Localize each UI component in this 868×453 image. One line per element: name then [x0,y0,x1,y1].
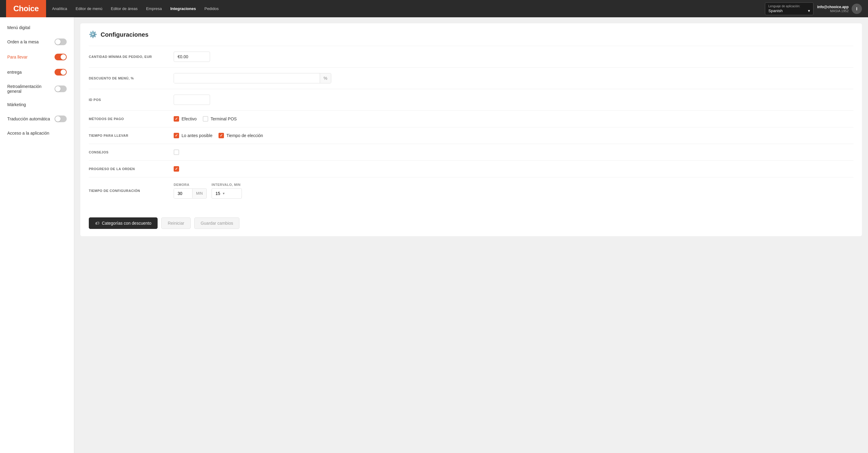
nav-right: Lenguaje de aplicación: Spanish ▾ info@c… [765,2,862,15]
control-tiempo-llevar: Lo antes posible Tiempo de elección [174,133,854,138]
checkbox-antes[interactable]: Lo antes posible [174,133,213,138]
configuraciones-panel: ⚙️ Configuraciones CANTIDAD MÍNIMA DE PE… [80,23,862,236]
lang-value: Spanish [768,8,782,13]
lang-value-row: Spanish ▾ [768,8,810,13]
sidebar-item-label: entrega [7,70,22,74]
categories-btn[interactable]: 🏷 Categorías con descuento [89,217,158,229]
sidebar-item-label: Menú digital [7,25,30,30]
label-id-pos: ID POS [89,98,174,101]
descuento-input-group: % [174,73,331,83]
sidebar-item-label: Acceso a la aplicación [7,131,50,135]
intervalo-col: INTERVALO, MIN 15 ▾ [212,183,242,199]
language-selector[interactable]: Lenguaje de aplicación: Spanish ▾ [765,2,813,15]
sidebar-item-menu-digital[interactable]: Menú digital [0,21,74,34]
sidebar-item-acceso[interactable]: Acceso a la aplicación [0,126,74,140]
sidebar-item-label: Márketing [7,102,26,107]
toggle-traduccion[interactable] [55,116,67,122]
sidebar-item-retroalimentacion[interactable]: Retroalimentación general [0,80,74,98]
content-area: ⚙️ Configuraciones CANTIDAD MÍNIMA DE PE… [74,17,868,453]
user-avatar[interactable]: I [851,4,862,14]
row-cantidad: CANTIDAD MÍNIMA DE PEDIDO, EUR [89,46,854,67]
checkbox-progreso-box[interactable] [174,166,179,172]
action-row: 🏷 Categorías con descuento Reiniciar Gua… [89,211,854,229]
sidebar-item-label: Traducción automática [7,116,50,121]
row-setup-time: TIEMPO DE CONFIGURACIÓN DEMORA MIN INTER… [89,177,854,204]
settings-icon: ⚙️ [89,31,97,38]
input-descuento[interactable] [174,73,320,83]
user-text: info@chooice.app MASIA 1952 [817,5,848,13]
checkbox-antes-box[interactable] [174,133,179,138]
control-descuento: % [174,73,854,83]
guardar-btn[interactable]: Guardar cambios [194,217,240,229]
checkbox-terminal[interactable]: Terminal POS [203,116,237,122]
sidebar-item-para-llevar[interactable]: Para llevar [0,50,74,65]
sidebar-item-orden-mesa[interactable]: Orden a la mesa [0,34,74,50]
intervalo-label: INTERVALO, MIN [212,183,242,186]
checkbox-eleccion[interactable]: Tiempo de elección [218,133,263,138]
control-cantidad [174,52,854,62]
label-antes: Lo antes posible [182,133,213,138]
nav-analitica[interactable]: Analítica [52,6,67,11]
label-descuento: DESCUENTO DE MENÚ, % [89,77,174,80]
sidebar-item-label: Para llevar [7,55,28,59]
sidebar-item-traduccion[interactable]: Traducción automática [0,111,74,126]
panel-header: ⚙️ Configuraciones [89,31,854,38]
toggle-para-llevar[interactable] [55,54,67,60]
nav-empresa[interactable]: Empresa [146,6,162,11]
nav-pedidos[interactable]: Pedidos [204,6,218,11]
label-setup: TIEMPO DE CONFIGURACIÓN [89,189,174,192]
checkbox-eleccion-box[interactable] [218,133,224,138]
descuento-suffix: % [320,73,331,83]
nav-links: Analítica Editor de menú Editor de áreas… [52,6,765,11]
label-cantidad: CANTIDAD MÍNIMA DE PEDIDO, EUR [89,55,174,59]
input-cantidad[interactable] [174,52,210,62]
control-progreso [174,166,854,172]
checkbox-efectivo-box[interactable] [174,116,179,122]
label-progreso: PROGRESO DE LA ORDEN [89,167,174,171]
label-terminal: Terminal POS [211,116,237,121]
user-info: info@chooice.app MASIA 1952 I [817,4,862,14]
setup-time-group: DEMORA MIN INTERVALO, MIN 15 ▾ [174,183,854,199]
toggle-retroalimentacion[interactable] [55,86,67,92]
toggle-entrega[interactable] [55,69,67,76]
sidebar-item-label: Orden a la mesa [7,39,39,44]
control-metodos: Efectivo Terminal POS [174,116,854,122]
intervalo-value: 15 [216,191,220,196]
demora-label: DEMORA [174,183,207,186]
reiniciar-btn[interactable]: Reiniciar [161,217,190,229]
label-tiempo-llevar: TIEMPO PARA LLEVAR [89,134,174,138]
row-tiempo-llevar: TIEMPO PARA LLEVAR Lo antes posible Tiem… [89,127,854,144]
checkbox-terminal-box[interactable] [203,116,208,122]
nav-editor-menu[interactable]: Editor de menú [76,6,102,11]
row-descuento: DESCUENTO DE MENÚ, % % [89,67,854,89]
sidebar-item-marketing[interactable]: Márketing [0,98,74,111]
main-layout: Menú digital Orden a la mesa Para llevar… [0,17,868,453]
nav-editor-areas[interactable]: Editor de áreas [111,6,137,11]
demora-col: DEMORA MIN [174,183,207,199]
user-email: info@chooice.app [817,5,848,9]
row-id-pos: ID POS [89,89,854,110]
control-id-pos [174,95,854,105]
demora-input[interactable] [174,189,192,198]
nav-integraciones[interactable]: Integraciones [170,6,196,11]
row-consejos: CONSEJOS [89,144,854,160]
label-efectivo: Efectivo [182,116,197,121]
lang-label: Lenguaje de aplicación: [768,4,810,8]
lang-chevron-icon: ▾ [808,8,810,13]
row-progreso: PROGRESO DE LA ORDEN [89,160,854,177]
sidebar-item-entrega[interactable]: entrega [0,65,74,80]
top-navigation: Choice Analítica Editor de menú Editor d… [0,0,868,17]
control-setup: DEMORA MIN INTERVALO, MIN 15 ▾ [174,183,854,199]
panel-title: Configuraciones [101,31,149,38]
chevron-down-icon: ▾ [223,191,224,195]
control-consejos [174,150,854,155]
toggle-orden-mesa[interactable] [55,38,67,45]
checkbox-efectivo[interactable]: Efectivo [174,116,197,122]
logo: Choice [13,4,39,13]
input-id-pos[interactable] [174,95,210,105]
row-metodos-pago: MÉTODOS DE PAGO Efectivo Terminal POS [89,110,854,127]
demora-min-suffix: MIN [192,189,207,198]
intervalo-select[interactable]: 15 ▾ [212,188,242,199]
checkbox-consejos-box[interactable] [174,150,179,155]
label-metodos: MÉTODOS DE PAGO [89,117,174,121]
